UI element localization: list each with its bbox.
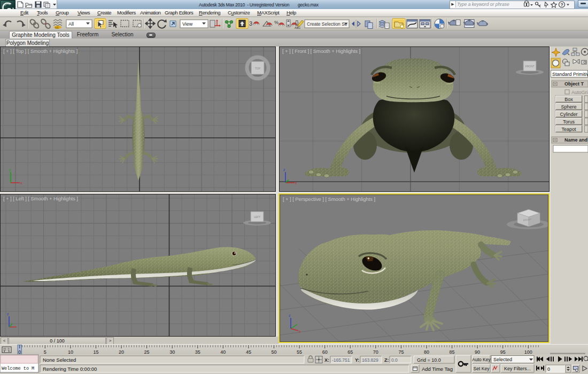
svg-text:0: 0 [547,367,550,372]
svg-text:x: x [20,181,22,185]
svg-text:35: 35 [195,349,200,355]
svg-text:z: z [7,312,9,316]
svg-text:10: 10 [68,349,73,355]
svg-text:70: 70 [373,349,378,355]
svg-text:95: 95 [500,349,506,355]
svg-text:Cylinder: Cylinder [560,112,577,117]
svg-text:?: ? [561,2,563,7]
svg-text:z: z [283,168,285,172]
svg-text:TOP: TOP [255,67,261,70]
svg-text:Grid = 10.0: Grid = 10.0 [417,357,441,363]
svg-text:55: 55 [297,349,302,355]
svg-text:5: 5 [44,349,47,355]
svg-text:0: 0 [18,349,21,355]
svg-text:z: z [289,314,291,317]
svg-text:Add Time Tag: Add Time Tag [422,366,453,372]
svg-text:Create Selection Se: Create Selection Se [307,21,347,27]
svg-text:0.0: 0.0 [391,357,398,363]
svg-text:Set Key: Set Key [474,366,490,371]
svg-text:45: 45 [246,349,251,355]
svg-text:50: 50 [271,349,276,355]
svg-text:Teapot: Teapot [561,127,576,132]
svg-text:90: 90 [475,349,480,355]
svg-text:85: 85 [450,349,455,355]
svg-text:Welcome to M: Welcome to M [2,366,34,371]
svg-text:FRONT: FRONT [525,65,534,68]
svg-text:163.829: 163.829 [362,357,378,363]
svg-text:Sphere: Sphere [561,104,576,110]
svg-text:Auto Key: Auto Key [472,357,491,362]
svg-text:30: 30 [169,349,175,355]
svg-text:Rendering Time 0:00:00: Rendering Time 0:00:00 [43,366,97,372]
svg-text:ABC: ABC [295,26,300,29]
svg-text:Name and: Name and [564,137,587,143]
svg-text:Box: Box [564,97,573,102]
svg-text:80: 80 [424,349,429,355]
svg-text:AutoGri: AutoGri [571,90,588,95]
svg-text:100: 100 [524,349,532,355]
svg-text:65: 65 [347,349,353,355]
svg-text:3: 3 [249,20,252,27]
svg-text:-165.751: -165.751 [332,357,350,363]
svg-text:x: x [299,330,301,333]
svg-text:x: x [295,181,297,185]
svg-text:65: 65 [55,26,59,29]
svg-text:None Selected: None Selected [43,357,76,363]
svg-text:15: 15 [93,349,98,355]
svg-text:Torus: Torus [563,119,575,124]
svg-text:60: 60 [322,349,328,355]
svg-text:X:: X: [324,357,329,363]
svg-text:25: 25 [144,349,150,355]
svg-text:40: 40 [220,349,226,355]
svg-text:View: View [182,21,193,27]
svg-text:Key Filters...: Key Filters... [504,366,531,371]
svg-text:Z:: Z: [384,357,389,363]
svg-text:20: 20 [119,349,124,355]
svg-text:%: % [274,20,278,25]
svg-text:Object T: Object T [564,81,584,87]
svg-text:Standard Primitives: Standard Primitives [552,72,588,77]
svg-text:All: All [68,21,74,27]
svg-text:Selected: Selected [493,357,512,362]
svg-text:y: y [9,168,11,172]
svg-text:Y:: Y: [355,357,359,363]
svg-text:75: 75 [398,349,404,355]
svg-text:LEFT: LEFT [254,215,260,219]
